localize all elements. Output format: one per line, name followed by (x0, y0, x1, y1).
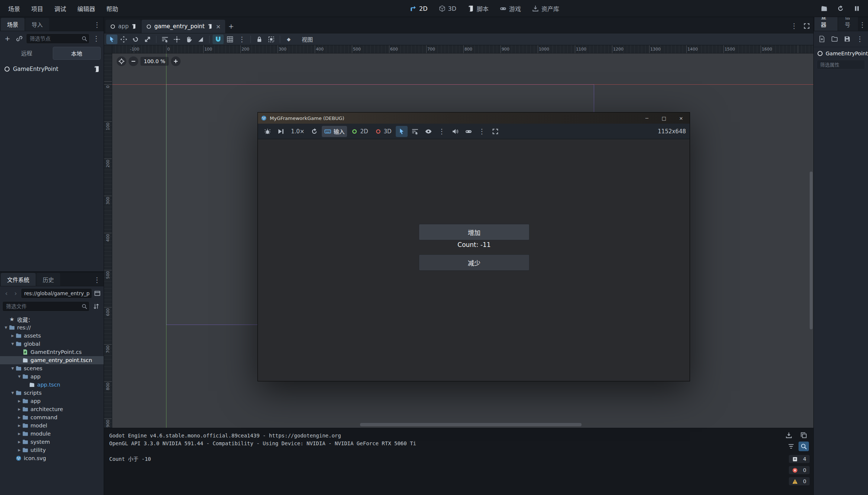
pan-tool[interactable] (183, 35, 194, 44)
reset-speed-button[interactable] (308, 126, 320, 137)
filter-files-input[interactable] (2, 301, 90, 312)
save-output-button[interactable] (784, 430, 794, 440)
filter-messages-button[interactable] (786, 442, 796, 451)
game-list-select[interactable] (409, 126, 421, 137)
workspace-game[interactable]: 游戏 (496, 2, 525, 15)
fs-item-architecture[interactable]: ▶architecture (0, 405, 104, 413)
filter-nodes-input[interactable] (26, 33, 90, 44)
increase-button[interactable]: 增加 (419, 224, 529, 240)
pause-button[interactable] (852, 4, 862, 13)
fs-item-scripts-app[interactable]: ▶app (0, 397, 104, 405)
fs-split-mode-button[interactable] (93, 289, 101, 298)
smart-snap-toggle[interactable] (213, 35, 224, 44)
fs-item-scenes[interactable]: ▼scenes (0, 364, 104, 372)
tree-arrow-icon[interactable]: ▼ (10, 391, 16, 395)
fs-item-scripts[interactable]: ▼scripts (0, 389, 104, 397)
tree-arrow-icon[interactable]: ▶ (16, 416, 22, 419)
fs-item-model[interactable]: ▶model (0, 421, 104, 430)
menu-scene[interactable]: 场景 (3, 2, 25, 15)
insert-key-button[interactable]: ◆ (283, 35, 294, 44)
fs-item-res-root[interactable]: ▼res:// (0, 323, 104, 332)
tree-arrow-icon[interactable]: ▶ (16, 432, 22, 436)
save-resource-button[interactable] (843, 34, 852, 44)
scene-tab-list-button[interactable]: ⋮ (789, 21, 799, 31)
load-resource-button[interactable] (830, 34, 839, 44)
game-entry-point-node[interactable]: GameEntryPoint (1, 63, 103, 75)
fs-path-field[interactable]: res://global/game_entry_p (21, 288, 92, 299)
tree-arrow-icon[interactable]: ▶ (16, 448, 22, 452)
update-spinner-button[interactable] (835, 4, 846, 13)
attached-script-icon[interactable] (93, 66, 100, 72)
embed-options-button[interactable] (489, 126, 501, 137)
tab-history[interactable]: 历史 (36, 273, 60, 286)
view-menu-button[interactable]: 视图 (298, 34, 317, 45)
fs-item-system[interactable]: ▶system (0, 438, 104, 446)
minimize-button[interactable]: ─ (638, 113, 655, 124)
tree-arrow-icon[interactable]: ▶ (16, 407, 22, 411)
more-options-menu[interactable]: ⋮ (476, 126, 488, 137)
menu-editor[interactable]: 编辑器 (72, 2, 100, 15)
move-tool[interactable] (118, 35, 129, 44)
local-button[interactable]: 本地 (53, 47, 101, 60)
warnings-count[interactable]: 0 (789, 477, 810, 485)
distraction-free-button[interactable] (801, 21, 812, 31)
add-scene-tab-button[interactable]: + (226, 22, 236, 31)
fs-back-button[interactable]: ‹ (2, 289, 10, 298)
fs-item-utility[interactable]: ▶utility (0, 446, 104, 454)
fs-item-favorites[interactable]: ★收藏： (0, 315, 104, 323)
movie-maker-button[interactable] (819, 4, 829, 13)
select-tool[interactable] (106, 35, 117, 44)
instance-scene-button[interactable] (14, 34, 25, 43)
fs-item-game-entry-point-cs[interactable]: #GameEntryPoint.cs (0, 348, 104, 356)
fs-item-command[interactable]: ▶command (0, 413, 104, 421)
zoom-in-button[interactable] (171, 56, 181, 66)
workspace-script[interactable]: 脚本 (463, 2, 493, 15)
tab-filesystem[interactable]: 文件系统 (1, 273, 36, 286)
rotate-tool[interactable] (130, 35, 141, 44)
next-frame-button[interactable] (275, 126, 287, 137)
zoom-level[interactable]: 100.0 % (140, 57, 169, 66)
game-select-mode[interactable] (396, 126, 408, 137)
viewport-horizontal-scrollbar[interactable] (360, 423, 582, 426)
zoom-out-button[interactable] (129, 56, 138, 66)
decrease-button[interactable]: 减少 (419, 254, 529, 271)
remote-button[interactable]: 远程 (3, 47, 51, 60)
fs-item-scenes-app[interactable]: ▼app (0, 372, 104, 381)
filter-properties-input[interactable] (817, 60, 865, 69)
inspected-node-row[interactable]: GameEntryPoint... (814, 47, 868, 59)
add-node-button[interactable]: + (2, 34, 13, 43)
messages-count[interactable]: 4 (789, 455, 810, 463)
fs-item-global[interactable]: ▼global (0, 340, 104, 348)
workspace-assetlib[interactable]: 资产库 (528, 2, 563, 15)
scale-tool[interactable] (142, 35, 153, 44)
menu-debug[interactable]: 调试 (49, 2, 71, 15)
copy-output-button[interactable] (799, 430, 809, 440)
fs-item-app-tscn[interactable]: app.tscn (0, 381, 104, 389)
pivot-tool[interactable] (171, 35, 182, 44)
snap-options-button[interactable]: ⋮ (236, 35, 247, 44)
fs-sort-button[interactable] (91, 302, 101, 311)
game-window-titlebar[interactable]: MyGFrameworkGame (DEBUG) ─□× (258, 113, 690, 124)
menu-help[interactable]: 帮助 (101, 2, 123, 15)
inspector-dock-menu-button[interactable]: ⋮ (858, 20, 867, 30)
tab-import[interactable]: 导入 (25, 18, 49, 31)
fs-item-assets[interactable]: ▶assets (0, 332, 104, 340)
errors-count[interactable]: 0 (789, 466, 810, 474)
workspace-3d[interactable]: 3D (435, 3, 461, 14)
tree-arrow-icon[interactable]: ▶ (16, 440, 22, 444)
search-output-button[interactable] (799, 442, 809, 451)
scene-tab-game-entry-point[interactable]: game_entry_point× (142, 20, 225, 33)
tree-arrow-icon[interactable]: ▼ (16, 375, 22, 378)
viewport-vertical-scrollbar[interactable] (810, 172, 813, 329)
new-resource-button[interactable] (817, 34, 826, 44)
close-tab-icon[interactable]: × (216, 23, 221, 30)
fs-item-module[interactable]: ▶module (0, 430, 104, 438)
visibility-menu[interactable] (422, 126, 434, 137)
mute-audio-button[interactable] (449, 126, 461, 137)
scene-tree-menu-button[interactable]: ⋮ (91, 34, 101, 43)
list-select-tool[interactable] (159, 35, 171, 44)
center-view-button[interactable] (117, 56, 126, 66)
select-options-menu[interactable]: ⋮ (436, 126, 448, 137)
tree-arrow-icon[interactable]: ▶ (10, 334, 16, 338)
scene-dock-menu-button[interactable]: ⋮ (92, 20, 102, 30)
